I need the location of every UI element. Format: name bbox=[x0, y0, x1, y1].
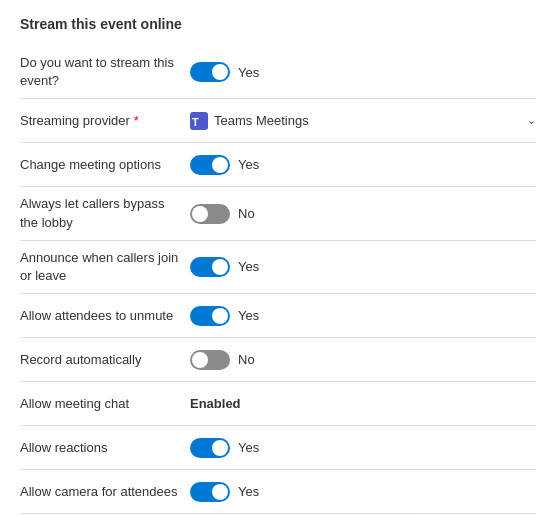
toggle-record-automatically[interactable] bbox=[190, 350, 230, 370]
required-star: * bbox=[134, 113, 139, 128]
toggle-bypass-lobby[interactable] bbox=[190, 204, 230, 224]
row-allow-unmute: Allow attendees to unmute Yes bbox=[20, 294, 536, 338]
toggle-change-meeting-options[interactable] bbox=[190, 155, 230, 175]
row-allow-camera: Allow camera for attendees Yes bbox=[20, 470, 536, 514]
toggle-allow-unmute[interactable] bbox=[190, 306, 230, 326]
toggle-label-announce: Yes bbox=[238, 259, 259, 274]
teams-icon: T bbox=[190, 112, 208, 130]
value-stream-event: Yes bbox=[190, 62, 536, 82]
value-change-meeting-options: Yes bbox=[190, 155, 536, 175]
label-bypass-lobby: Always let callers bypass the lobby bbox=[20, 195, 190, 231]
toggle-label-bypass-lobby: No bbox=[238, 206, 255, 221]
toggle-label-camera: Yes bbox=[238, 484, 259, 499]
label-allow-chat: Allow meeting chat bbox=[20, 395, 190, 413]
value-announce-callers: Yes bbox=[190, 257, 536, 277]
row-allow-chat: Allow meeting chat Enabled bbox=[20, 382, 536, 426]
toggle-allow-reactions[interactable] bbox=[190, 438, 230, 458]
row-change-meeting-options: Change meeting options Yes bbox=[20, 143, 536, 187]
toggle-label-allow-unmute: Yes bbox=[238, 308, 259, 323]
toggle-label-record: No bbox=[238, 352, 255, 367]
chevron-down-icon[interactable]: ⌄ bbox=[527, 114, 536, 127]
toggle-label-change-meeting: Yes bbox=[238, 157, 259, 172]
value-record-automatically: No bbox=[190, 350, 536, 370]
label-record-automatically: Record automatically bbox=[20, 351, 190, 369]
value-allow-chat: Enabled bbox=[190, 396, 536, 411]
label-streaming-provider: Streaming provider* bbox=[20, 113, 190, 128]
label-allow-unmute: Allow attendees to unmute bbox=[20, 307, 190, 325]
toggle-announce-callers[interactable] bbox=[190, 257, 230, 277]
value-allow-camera: Yes bbox=[190, 482, 536, 502]
svg-text:T: T bbox=[192, 116, 199, 128]
section-title: Stream this event online bbox=[20, 16, 536, 32]
row-record-automatically: Record automatically No bbox=[20, 338, 536, 382]
chat-status: Enabled bbox=[190, 396, 241, 411]
row-bypass-lobby: Always let callers bypass the lobby No bbox=[20, 187, 536, 240]
label-stream-event: Do you want to stream this event? bbox=[20, 54, 190, 90]
toggle-label-reactions: Yes bbox=[238, 440, 259, 455]
stream-event-panel: Stream this event online Do you want to … bbox=[0, 0, 556, 516]
value-allow-unmute: Yes bbox=[190, 306, 536, 326]
row-streaming-provider: Streaming provider* T Teams Meetings ⌄ bbox=[20, 99, 536, 143]
value-bypass-lobby: No bbox=[190, 204, 536, 224]
row-allow-reactions: Allow reactions Yes bbox=[20, 426, 536, 470]
toggle-label-stream-event: Yes bbox=[238, 65, 259, 80]
toggle-stream-event[interactable] bbox=[190, 62, 230, 82]
toggle-allow-camera[interactable] bbox=[190, 482, 230, 502]
label-allow-reactions: Allow reactions bbox=[20, 439, 190, 457]
provider-name: Teams Meetings bbox=[214, 113, 309, 128]
value-allow-reactions: Yes bbox=[190, 438, 536, 458]
row-stream-event: Do you want to stream this event? Yes bbox=[20, 46, 536, 99]
label-change-meeting-options: Change meeting options bbox=[20, 156, 190, 174]
row-announce-callers: Announce when callers join or leave Yes bbox=[20, 241, 536, 294]
label-allow-camera: Allow camera for attendees bbox=[20, 483, 190, 501]
label-announce-callers: Announce when callers join or leave bbox=[20, 249, 190, 285]
value-streaming-provider[interactable]: T Teams Meetings ⌄ bbox=[190, 112, 536, 130]
